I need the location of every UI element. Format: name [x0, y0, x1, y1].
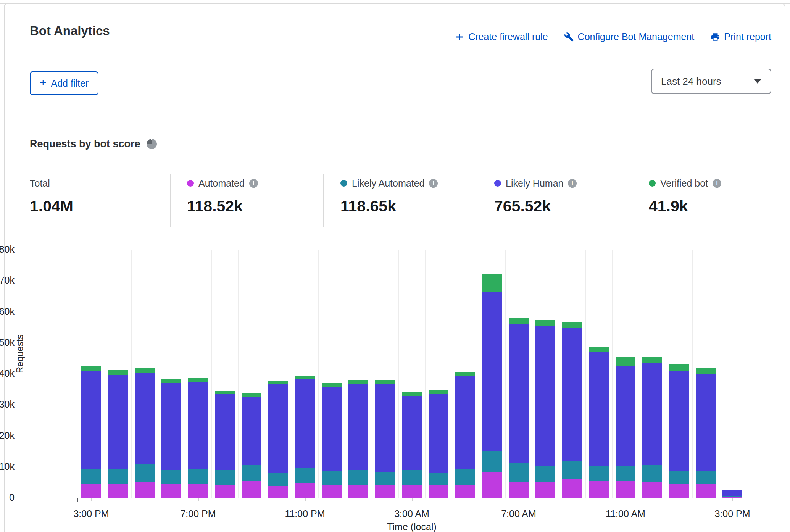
bar-segment-verified-bot[interactable] [268, 381, 288, 384]
bar-segment-likely-automated[interactable] [482, 451, 502, 472]
bar-segment-automated[interactable] [616, 481, 635, 498]
bar-segment-automated[interactable] [268, 486, 288, 498]
print-report-link[interactable]: Print report [710, 31, 771, 42]
stacked-bar[interactable] [161, 379, 181, 498]
info-icon[interactable]: i [713, 179, 721, 188]
bar-segment-automated[interactable] [135, 482, 155, 498]
bar-segment-automated[interactable] [295, 483, 315, 498]
stacked-bar[interactable] [242, 393, 261, 498]
bar-segment-likely-automated[interactable] [642, 465, 662, 482]
bar-segment-likely-automated[interactable] [108, 469, 128, 483]
bar-segment-likely-automated[interactable] [81, 469, 101, 483]
bar-segment-verified-bot[interactable] [161, 379, 181, 383]
bar-segment-likely-automated[interactable] [322, 471, 342, 485]
stacked-bar[interactable] [429, 390, 448, 498]
bar-segment-automated[interactable] [562, 479, 582, 498]
bar-segment-automated[interactable] [669, 484, 689, 498]
bar-segment-likely-human[interactable] [722, 490, 742, 496]
bar-segment-likely-human[interactable] [482, 292, 502, 451]
bar-segment-likely-human[interactable] [535, 326, 555, 466]
info-icon[interactable]: i [249, 179, 258, 188]
stacked-bar[interactable] [509, 318, 529, 498]
bar-segment-likely-automated[interactable] [455, 469, 475, 485]
bar-segment-likely-human[interactable] [215, 394, 235, 470]
bar-segment-verified-bot[interactable] [669, 364, 689, 371]
bar-segment-verified-bot[interactable] [242, 393, 261, 397]
stacked-bar[interactable] [535, 320, 555, 498]
bar-segment-verified-bot[interactable] [215, 391, 235, 394]
bar-segment-automated[interactable] [402, 485, 422, 498]
bar-segment-likely-human[interactable] [429, 394, 448, 473]
bar-segment-automated[interactable] [215, 485, 235, 498]
create-firewall-rule-link[interactable]: Create firewall rule [455, 31, 548, 42]
bar-segment-automated[interactable] [642, 482, 662, 498]
stacked-bar[interactable] [295, 376, 315, 498]
bar-segment-likely-human[interactable] [402, 396, 422, 470]
bar-segment-likely-human[interactable] [509, 324, 529, 463]
bar-segment-verified-bot[interactable] [188, 378, 208, 382]
bar-segment-likely-human[interactable] [616, 366, 635, 466]
bar-segment-verified-bot[interactable] [509, 318, 529, 324]
bar-segment-likely-human[interactable] [188, 382, 208, 469]
bar-segment-automated[interactable] [482, 472, 502, 498]
bar-segment-automated[interactable] [81, 484, 101, 498]
bar-segment-verified-bot[interactable] [696, 368, 716, 374]
bar-segment-verified-bot[interactable] [589, 347, 609, 352]
bar-segment-automated[interactable] [242, 481, 261, 498]
bar-segment-likely-human[interactable] [295, 379, 315, 468]
bar-segment-likely-human[interactable] [562, 328, 582, 461]
stacked-bar[interactable] [589, 347, 609, 498]
bar-segment-automated[interactable] [589, 481, 609, 498]
stacked-bar[interactable] [482, 274, 502, 498]
bar-segment-likely-human[interactable] [589, 352, 609, 466]
bar-segment-automated[interactable] [535, 482, 555, 498]
stacked-bar[interactable] [348, 380, 368, 498]
bar-segment-likely-automated[interactable] [161, 470, 181, 484]
bar-segment-automated[interactable] [348, 485, 368, 498]
bar-segment-automated[interactable] [455, 485, 475, 498]
stacked-bar[interactable] [562, 322, 582, 498]
bar-segment-automated[interactable] [696, 484, 716, 498]
bar-segment-likely-human[interactable] [669, 371, 689, 471]
bar-segment-automated[interactable] [161, 484, 181, 498]
bar-segment-verified-bot[interactable] [642, 357, 662, 363]
bar-segment-likely-human[interactable] [375, 384, 395, 472]
bar-segment-likely-human[interactable] [696, 374, 716, 471]
stacked-bar[interactable] [81, 366, 101, 498]
bar-segment-automated[interactable] [429, 485, 448, 498]
bar-segment-verified-bot[interactable] [135, 368, 155, 373]
bar-segment-likely-automated[interactable] [242, 465, 261, 481]
info-icon[interactable]: i [568, 179, 577, 188]
bar-segment-verified-bot[interactable] [402, 392, 422, 396]
bar-segment-likely-human[interactable] [108, 375, 128, 469]
bar-segment-likely-automated[interactable] [429, 473, 448, 485]
time-range-select[interactable]: Last 24 hours [651, 69, 771, 94]
bar-segment-verified-bot[interactable] [535, 320, 555, 326]
stacked-bar[interactable] [642, 357, 662, 498]
bar-segment-likely-automated[interactable] [268, 473, 288, 486]
add-filter-button[interactable]: + Add filter [30, 71, 98, 95]
bar-segment-verified-bot[interactable] [429, 390, 448, 394]
bar-segment-likely-automated[interactable] [509, 463, 529, 482]
bar-segment-automated[interactable] [188, 484, 208, 498]
stacked-bar[interactable] [135, 368, 155, 498]
bar-segment-likely-human[interactable] [642, 363, 662, 465]
info-icon[interactable]: i [429, 179, 438, 188]
bar-segment-verified-bot[interactable] [562, 322, 582, 328]
stacked-bar[interactable] [108, 370, 128, 498]
bar-segment-verified-bot[interactable] [295, 376, 315, 380]
bar-segment-likely-human[interactable] [322, 387, 342, 471]
bar-segment-likely-human[interactable] [161, 383, 181, 470]
bar-segment-likely-human[interactable] [135, 373, 155, 464]
bar-segment-automated[interactable] [322, 485, 342, 498]
bar-segment-likely-automated[interactable] [616, 466, 635, 481]
bar-segment-likely-human[interactable] [455, 376, 475, 469]
stacked-bar[interactable] [402, 392, 422, 498]
stacked-bar[interactable] [722, 490, 742, 498]
bar-segment-verified-bot[interactable] [375, 380, 395, 384]
bar-segment-verified-bot[interactable] [455, 372, 475, 376]
bar-segment-verified-bot[interactable] [108, 370, 128, 375]
stacked-bar[interactable] [375, 380, 395, 498]
bar-segment-verified-bot[interactable] [616, 357, 635, 366]
bar-segment-verified-bot[interactable] [322, 383, 342, 387]
